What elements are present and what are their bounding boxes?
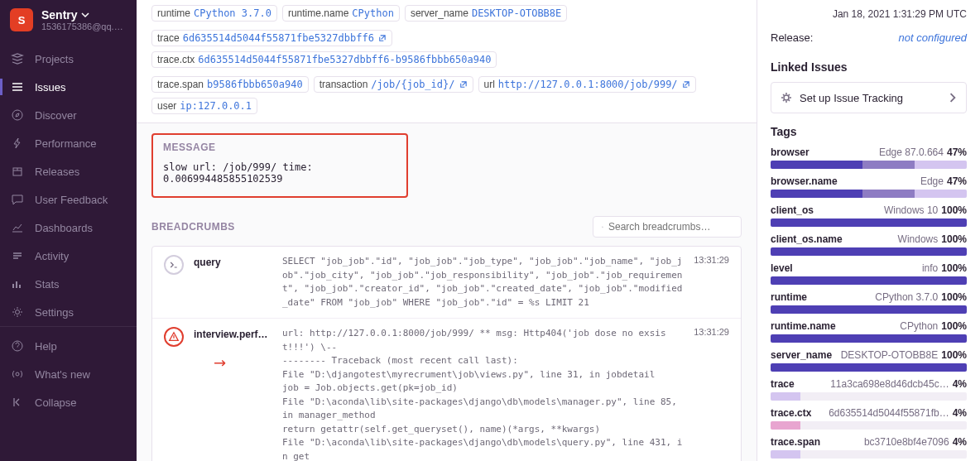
tag-percent: 4% — [953, 407, 967, 419]
sidebar-item-discover[interactable]: Discover — [0, 101, 137, 129]
tag-percent: 100% — [941, 262, 967, 274]
list-icon — [10, 79, 25, 94]
crumb-category: interview.perfor… — [194, 327, 272, 461]
tag-value: bc3710e8bf4e7096 — [864, 436, 949, 448]
gear-icon — [780, 91, 793, 104]
tag-bar — [771, 450, 967, 459]
pill-value: b9586fbbb650a940 — [207, 79, 303, 90]
sidebar-item-stats[interactable]: Stats — [0, 270, 137, 298]
tag-value: info — [922, 262, 938, 274]
package-icon — [10, 164, 25, 179]
org-switcher[interactable]: S Sentry 1536175386@qq.co... — [0, 0, 137, 40]
main-content: runtime CPython 3.7.0runtime.name CPytho… — [137, 0, 757, 461]
context-pill-transaction[interactable]: transaction /job/{job_id}/ — [314, 76, 473, 93]
tag-runtime[interactable]: runtimeCPython 3.7.0100% — [771, 291, 967, 314]
release-value[interactable]: not configured — [899, 31, 967, 44]
sidebar-item-help[interactable]: Help — [0, 332, 137, 360]
pill-key: trace.ctx — [157, 54, 195, 65]
context-pills: runtime CPython 3.7.0runtime.name CPytho… — [137, 0, 757, 123]
sidebar-item-projects[interactable]: Projects — [0, 45, 137, 73]
nav-label: What's new — [35, 368, 90, 381]
context-pill-url[interactable]: url http://127.0.0.1:8000/job/999/ — [478, 76, 696, 93]
tag-percent: 4% — [953, 378, 967, 390]
breadcrumbs-search[interactable] — [593, 216, 742, 238]
tag-client_os-name[interactable]: client_os.nameWindows100% — [771, 233, 967, 256]
nav-label: Settings — [35, 306, 74, 319]
breadcrumb-row[interactable]: querySELECT "job_job"."id", "job_job"."j… — [152, 247, 741, 319]
nav-label: Collapse — [35, 396, 77, 409]
message-title: MESSAGE — [163, 142, 396, 153]
breadcrumbs-title: BREADCRUMBS — [151, 221, 235, 233]
pill-key: trace — [157, 32, 180, 44]
pill-key: server_name — [411, 7, 468, 19]
sidebar-item-user-feedback[interactable]: User Feedback — [0, 185, 137, 214]
context-pill-server_name[interactable]: server_name DESKTOP-OTOBB8E — [405, 5, 567, 22]
tag-value: Windows — [898, 233, 939, 245]
tag-name: server_name — [771, 349, 832, 361]
tag-name: runtime.name — [771, 320, 836, 332]
tag-name: client_os.name — [771, 233, 843, 245]
sidebar-item-collapse[interactable]: Collapse — [0, 388, 137, 416]
context-pill-trace-span[interactable]: trace.span b9586fbbb650a940 — [151, 76, 309, 93]
context-pill-runtime-name[interactable]: runtime.name CPython — [282, 5, 400, 22]
sidebar-item-activity[interactable]: Activity — [0, 242, 137, 270]
tag-value: Windows 10 — [884, 204, 938, 216]
right-panel: Jan 18, 2021 1:31:29 PM UTC Release: not… — [757, 0, 980, 461]
context-pill-trace-ctx[interactable]: trace.ctx 6d635514d5044f55871fbe5327dbbf… — [151, 51, 497, 68]
nav-label: Activity — [35, 250, 69, 262]
tag-client_os[interactable]: client_osWindows 10100% — [771, 204, 967, 227]
context-pill-trace[interactable]: trace 6d635514d5044f55871fbe5327dbbff6 — [151, 30, 392, 46]
nav-label: User Feedback — [35, 194, 108, 206]
sidebar-item-releases[interactable]: Releases — [0, 157, 137, 185]
tag-name: client_os — [771, 204, 814, 216]
setup-issue-tracking-button[interactable]: Set up Issue Tracking — [771, 82, 967, 113]
tag-level[interactable]: levelinfo100% — [771, 262, 967, 285]
tag-trace-ctx[interactable]: trace.ctx6d635514d5044f55871fb…4% — [771, 407, 967, 430]
help-icon — [10, 339, 25, 353]
context-pill-runtime[interactable]: runtime CPython 3.7.0 — [151, 5, 277, 22]
crumb-time: 13:31:29 — [694, 327, 729, 461]
sidebar-item-performance[interactable]: Performance — [0, 129, 137, 157]
sidebar-item-issues[interactable]: Issues — [0, 73, 137, 101]
tag-name: trace.ctx — [771, 407, 811, 419]
tag-name: runtime — [771, 291, 807, 303]
tag-runtime-name[interactable]: runtime.nameCPython100% — [771, 320, 967, 343]
tag-bar — [771, 161, 967, 169]
tag-server_name[interactable]: server_nameDESKTOP-OTOBB8E100% — [771, 349, 967, 372]
tag-bar — [771, 392, 967, 401]
nav-label: Releases — [35, 166, 79, 178]
context-pill-user[interactable]: user ip:127.0.0.1 — [151, 98, 257, 114]
tag-name: trace.span — [771, 436, 820, 448]
search-input[interactable] — [608, 221, 733, 233]
breadcrumb-row[interactable]: interview.perfor…url: http://127.0.0.1:8… — [152, 319, 741, 461]
sidebar-item-settings[interactable]: Settings — [0, 298, 137, 326]
pill-value: CPython 3.7.0 — [194, 7, 271, 19]
crumb-body: url: http://127.0.0.1:8000/job/999/ ** m… — [282, 327, 684, 461]
chat-icon — [10, 192, 25, 207]
breadcrumb-list: querySELECT "job_job"."id", "job_job"."j… — [151, 246, 742, 461]
tag-bar — [771, 421, 967, 430]
pill-value: DESKTOP-OTOBB8E — [472, 7, 561, 19]
tag-value: CPython 3.7.0 — [875, 291, 938, 303]
sidebar-item-what's-new[interactable]: What's new — [0, 360, 137, 388]
pill-key: runtime — [157, 7, 190, 19]
tag-bar — [771, 218, 967, 227]
pill-key: transaction — [319, 79, 368, 90]
org-name: Sentry — [41, 8, 78, 22]
crumb-category: query — [194, 255, 272, 310]
tag-name: browser — [771, 146, 809, 158]
tag-browser[interactable]: browserEdge 87.0.66447% — [771, 146, 967, 169]
svg-point-4 — [16, 372, 19, 376]
tag-browser-name[interactable]: browser.nameEdge47% — [771, 175, 967, 198]
nav-label: Dashboards — [35, 222, 93, 234]
tag-trace[interactable]: trace11a3ca698e8d46dcb45c…4% — [771, 378, 967, 401]
svg-point-5 — [602, 226, 603, 227]
sidebar-item-dashboards[interactable]: Dashboards — [0, 214, 137, 242]
broadcast-icon — [10, 367, 25, 382]
pill-value: 6d635514d5044f55871fbe5327dbbff6 — [183, 32, 374, 44]
tag-value: Edge 87.0.664 — [879, 146, 944, 158]
tag-percent: 100% — [941, 349, 967, 361]
tag-trace-span[interactable]: trace.spanbc3710e8bf4e70964% — [771, 436, 967, 459]
bolt-icon — [10, 136, 25, 151]
gear-icon — [10, 305, 25, 319]
